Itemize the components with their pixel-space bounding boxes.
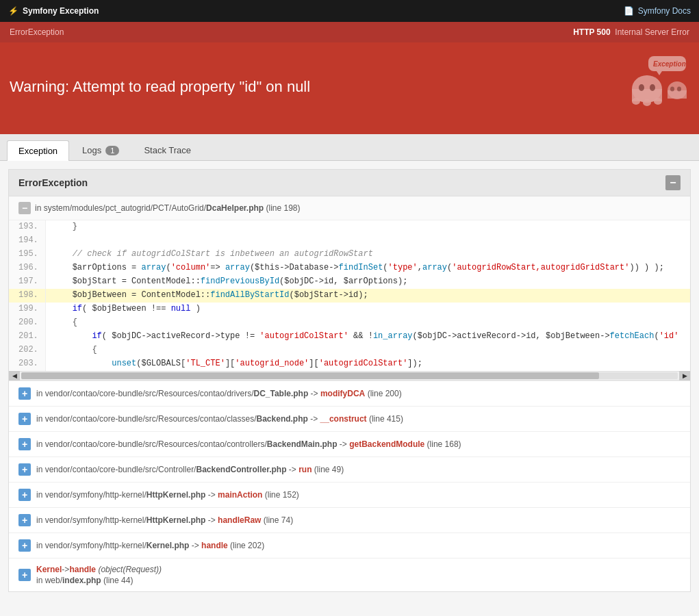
- docs-link-area[interactable]: 📄 Symfony Docs: [624, 6, 691, 16]
- code-line-195: 195. // check if autogridColStart is inb…: [9, 248, 690, 261]
- stack-expand-btn-6[interactable]: +: [18, 514, 31, 526]
- http-code: HTTP 500: [573, 27, 610, 37]
- svg-point-12: [670, 87, 674, 92]
- content-area: ErrorException − − in system/modules/pct…: [0, 161, 699, 604]
- svg-point-7: [654, 98, 662, 105]
- http-status: HTTP 500 Internal Server Error: [573, 27, 689, 37]
- svg-marker-2: [657, 71, 662, 75]
- code-line-197: 197. $objStart = ContentModel::findPrevi…: [9, 275, 690, 289]
- stack-item-7: + in vendor/symfony/http-kernel/Kernel.p…: [9, 532, 690, 558]
- stack-path-8: Kernel->handle (object(Request)) in web/…: [36, 565, 162, 585]
- exception-title: ErrorException: [18, 177, 88, 188]
- trace-toggle-button[interactable]: −: [18, 202, 31, 214]
- tab-stacktrace-label: Stack Trace: [144, 145, 191, 155]
- svg-point-5: [632, 98, 640, 105]
- exception-header: ErrorException −: [9, 170, 690, 196]
- error-class: ErrorException: [10, 27, 64, 37]
- top-bar: ⚡ Symfony Exception 📄 Symfony Docs: [0, 0, 699, 22]
- scroll-right-arrow[interactable]: ▶: [679, 371, 690, 381]
- svg-text:Exception!: Exception!: [653, 60, 689, 68]
- svg-point-6: [643, 99, 651, 106]
- svg-point-13: [677, 87, 681, 92]
- stack-expand-btn-3[interactable]: +: [18, 438, 31, 450]
- app-name-area: ⚡ Symfony Exception: [8, 6, 99, 16]
- tab-exception-label: Exception: [18, 146, 58, 156]
- error-type-bar: ErrorException HTTP 500 Internal Server …: [0, 22, 699, 42]
- code-line-198: 198. $objBetween = ContentModel::findAll…: [9, 289, 690, 303]
- error-heading: Warning: Attempt to read property "id" o…: [0, 42, 699, 134]
- stack-item-8-line1: Kernel->handle (object(Request)): [36, 565, 162, 574]
- svg-point-9: [650, 84, 655, 91]
- code-line-199: 199. if( $objBetween !== null ): [9, 303, 690, 316]
- stack-path-3: in vendor/contao/core-bundle/src/Resourc…: [36, 439, 461, 449]
- stack-expand-btn-5[interactable]: +: [18, 489, 31, 501]
- stack-item-8-line2: in web/index.php (line 44): [36, 576, 162, 585]
- tab-exception[interactable]: Exception: [7, 140, 69, 161]
- stack-path-6: in vendor/symfony/http-kernel/HttpKernel…: [36, 515, 293, 525]
- code-line-193: 193. }: [9, 220, 690, 234]
- tab-logs-label: Logs: [82, 145, 101, 155]
- scroll-left-arrow[interactable]: ◀: [9, 371, 20, 381]
- tabs-bar: Exception Logs 1 Stack Trace: [0, 134, 699, 161]
- docs-icon: 📄: [624, 6, 634, 16]
- code-scrollbar[interactable]: ◀ ▶: [9, 371, 690, 381]
- stack-item-1: + in vendor/contao/core-bundle/src/Resou…: [9, 381, 690, 406]
- stack-item-8: + Kernel->handle (object(Request)) in we…: [9, 558, 690, 591]
- code-line-201: 201. if( $objDC->activeRecord->type != '…: [9, 330, 690, 344]
- docs-link[interactable]: Symfony Docs: [638, 6, 691, 16]
- stack-expand-btn-7[interactable]: +: [18, 539, 31, 552]
- code-line-203: 203. unset($GLOBALS['TL_CTE']['autogrid_…: [9, 357, 690, 371]
- stack-expand-btn-8[interactable]: +: [18, 569, 31, 581]
- code-line-194: 194.: [9, 234, 690, 248]
- scroll-track[interactable]: [21, 372, 678, 379]
- exception-block: ErrorException − − in system/modules/pct…: [8, 169, 691, 592]
- trace-path: in system/modules/pct_autogrid/PCT/AutoG…: [35, 203, 301, 213]
- tab-stacktrace[interactable]: Stack Trace: [132, 140, 203, 160]
- stack-path-7: in vendor/symfony/http-kernel/Kernel.php…: [36, 541, 264, 550]
- code-line-202: 202. {: [9, 344, 690, 357]
- code-line-200: 200. {: [9, 316, 690, 330]
- stack-item-5: + in vendor/symfony/http-kernel/HttpKern…: [9, 482, 690, 507]
- tab-logs[interactable]: Logs 1: [71, 140, 131, 160]
- error-message: Warning: Attempt to read property "id" o…: [10, 78, 310, 96]
- trace-location: − in system/modules/pct_autogrid/PCT/Aut…: [9, 196, 690, 220]
- stack-path-1: in vendor/contao/core-bundle/src/Resourc…: [36, 389, 402, 398]
- stack-path-4: in vendor/contao/core-bundle/src/Control…: [36, 465, 344, 474]
- scroll-thumb: [21, 372, 599, 379]
- stack-expand-btn-4[interactable]: +: [18, 463, 31, 476]
- stack-item-3: + in vendor/contao/core-bundle/src/Resou…: [9, 431, 690, 457]
- stack-item-6: + in vendor/symfony/http-kernel/HttpKern…: [9, 507, 690, 532]
- svg-point-8: [639, 84, 644, 91]
- app-name: Symfony Exception: [23, 6, 99, 16]
- stack-expand-btn-2[interactable]: +: [18, 413, 31, 425]
- code-line-196: 196. $arrOptions = array('column'=> arra…: [9, 261, 690, 275]
- stack-path-2: in vendor/contao/core-bundle/src/Resourc…: [36, 414, 403, 424]
- code-block: 193. } 194. 195. // check if autogridCol…: [9, 220, 690, 371]
- http-message: Internal Server Error: [615, 27, 689, 37]
- stack-item-2: + in vendor/contao/core-bundle/src/Resou…: [9, 406, 690, 431]
- stack-expand-btn-1[interactable]: +: [18, 387, 31, 400]
- stack-item-4: + in vendor/contao/core-bundle/src/Contr…: [9, 457, 690, 482]
- ghost-icon: Exception!: [628, 55, 689, 119]
- svg-rect-11: [668, 90, 687, 99]
- tab-logs-badge: 1: [105, 146, 119, 155]
- symfony-icon: ⚡: [8, 6, 18, 16]
- collapse-button[interactable]: −: [665, 175, 681, 190]
- stack-path-5: in vendor/symfony/http-kernel/HttpKernel…: [36, 490, 299, 500]
